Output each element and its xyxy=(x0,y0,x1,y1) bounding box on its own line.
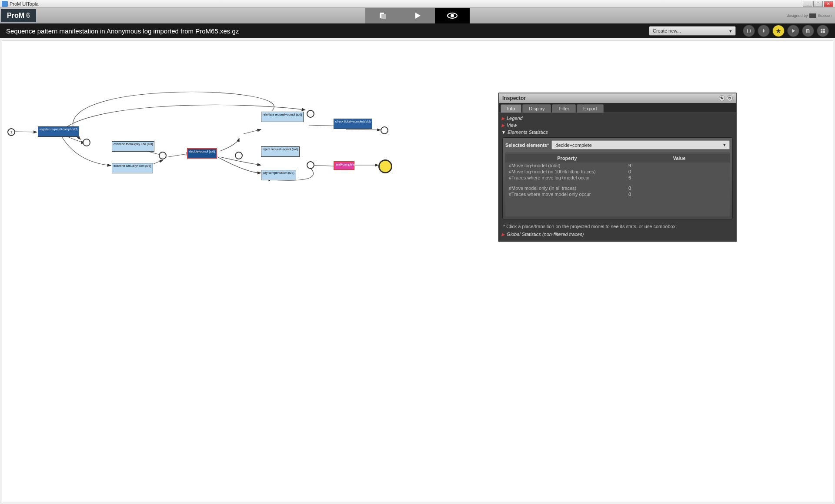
expanded-arrow-icon: ▼ xyxy=(501,130,506,135)
tab-filter[interactable]: Filter xyxy=(552,104,575,113)
transition-examine-thorough[interactable]: examine thoroughly +co (s/d) xyxy=(112,141,154,152)
section-elem-stats[interactable]: ▼Elements Statistics xyxy=(501,129,734,136)
droplet-button[interactable] xyxy=(758,25,770,37)
svg-point-3 xyxy=(451,14,454,17)
inspector-title-label: Inspector xyxy=(502,95,526,101)
prop-cell: #Move model only (in all traces) xyxy=(509,186,628,191)
svg-rect-7 xyxy=(823,29,825,30)
subheader: Sequence pattern manifestation in Anonym… xyxy=(0,23,835,38)
close-button[interactable]: ✕ xyxy=(824,1,833,7)
stack-button[interactable] xyxy=(802,25,814,37)
section-global-label: Global Statistics (non-filtered traces) xyxy=(507,232,584,237)
prop-cell: #Move log+model (total) xyxy=(509,163,628,168)
selected-elements-value: decide+complete xyxy=(555,143,591,148)
window-title: ProM UITopia xyxy=(10,1,803,7)
eye-icon xyxy=(447,11,458,20)
tab-actions[interactable] xyxy=(400,8,435,23)
grid-button[interactable] xyxy=(817,25,829,37)
transition-examine-casual[interactable]: examine casually+com (s/d) xyxy=(112,163,153,173)
stats-hint: * Click a place/transition on the projec… xyxy=(501,221,734,231)
inspector-tabs: Info Display Filter Export xyxy=(499,103,736,113)
stats-row: #Move log+model (in 100% fitting traces)… xyxy=(505,169,730,175)
stats-row: #Move log+model (total)9 xyxy=(505,162,730,169)
place-final[interactable] xyxy=(378,159,392,173)
transition-reject[interactable]: reject request+compl (s/d) xyxy=(261,146,300,157)
selected-elements-label: Selected elements* xyxy=(505,143,549,148)
app-icon xyxy=(2,1,8,7)
chevron-down-icon: ▾ xyxy=(729,28,732,34)
stats-table: Property Value #Move log+model (total)9 … xyxy=(505,152,730,216)
place-p2[interactable] xyxy=(159,152,167,159)
play-icon xyxy=(413,11,422,20)
place-p6[interactable] xyxy=(381,126,388,134)
tab-views[interactable] xyxy=(435,8,470,23)
workspace-icon xyxy=(378,11,387,20)
prop-cell: #Traces where move model only occur xyxy=(509,192,628,197)
play-button[interactable] xyxy=(787,25,799,37)
grid-icon xyxy=(820,28,826,34)
fluxicon-icon xyxy=(809,13,816,18)
logo-version: 6 xyxy=(26,12,30,20)
inspector-refresh-icon[interactable]: ↻ xyxy=(727,95,733,101)
section-elem-stats-label: Elements Statistics xyxy=(508,129,548,135)
section-legend-label: Legend xyxy=(507,116,523,121)
minimize-button[interactable]: _ xyxy=(803,1,812,7)
tab-export[interactable]: Export xyxy=(577,104,604,113)
tab-workspace[interactable] xyxy=(365,8,400,23)
droplet-icon xyxy=(761,28,767,34)
transition-decide[interactable]: decide+compl (s/d) xyxy=(187,148,217,159)
val-cell: 0 xyxy=(628,169,726,174)
place-p5[interactable] xyxy=(307,161,314,169)
col-value: Value xyxy=(629,156,730,161)
inspector-titlebar[interactable]: Inspector ✎ ↻ xyxy=(499,93,736,103)
place-p3[interactable] xyxy=(235,152,243,159)
maximize-button[interactable]: □ xyxy=(813,1,823,7)
section-global-stats[interactable]: ▶Global Statistics (non-filtered traces) xyxy=(501,231,734,238)
svg-rect-5 xyxy=(807,30,810,33)
play-small-icon xyxy=(790,28,796,34)
inspector-settings-icon[interactable]: ✎ xyxy=(719,95,725,101)
selected-elements-dropdown[interactable]: decide+complete ▾ xyxy=(551,140,730,149)
stats-box: Selected elements* decide+complete ▾ Pro… xyxy=(502,137,733,219)
transition-check-ticket[interactable]: check ticket+complet (s/d) xyxy=(334,119,372,129)
val-cell: 0 xyxy=(628,192,726,197)
collapsed-arrow-icon: ▶ xyxy=(501,116,505,121)
stats-header: Property Value xyxy=(505,154,730,162)
fluxicon-label: fluxicon xyxy=(818,13,832,18)
create-new-dropdown[interactable]: Create new... ▾ xyxy=(649,26,736,36)
stack-icon xyxy=(805,28,811,34)
create-new-label: Create new... xyxy=(653,28,681,33)
logo-text: ProM xyxy=(7,12,24,20)
val-cell: 6 xyxy=(628,175,726,180)
branding: designed by fluxicon xyxy=(787,13,832,18)
section-legend[interactable]: ▶Legend xyxy=(501,115,734,122)
section-view[interactable]: ▶View xyxy=(501,122,734,129)
os-titlebar: ProM UITopia _ □ ✕ xyxy=(0,0,835,8)
start-token: 1 xyxy=(10,130,12,134)
val-cell: 0 xyxy=(628,186,726,191)
place-start[interactable]: 1 xyxy=(7,128,15,136)
transition-register[interactable]: register request+compl (s/d) xyxy=(38,126,79,137)
svg-rect-1 xyxy=(381,14,386,19)
place-p4[interactable] xyxy=(307,110,314,118)
svg-rect-6 xyxy=(821,29,822,30)
parentheses-button[interactable] xyxy=(743,25,755,37)
section-view-label: View xyxy=(507,123,517,128)
model-canvas[interactable]: 1 register request+compl (s/d) examine t… xyxy=(2,40,833,502)
place-p1[interactable] xyxy=(83,139,90,146)
transition-end[interactable]: end+complete xyxy=(334,161,354,170)
chevron-down-icon: ▾ xyxy=(723,142,726,148)
star-button[interactable] xyxy=(772,25,785,37)
designed-by-label: designed by xyxy=(787,13,808,18)
transition-reinitiate[interactable]: reinitiate request+compl (s/d) xyxy=(261,112,304,122)
prom-logo: ProM 6 xyxy=(1,9,36,22)
parentheses-icon xyxy=(746,28,752,34)
svg-rect-9 xyxy=(823,31,825,33)
stats-row: #Traces where move log+model occur6 xyxy=(505,175,730,181)
inspector-body: ▶Legend ▶View ▼Elements Statistics Selec… xyxy=(499,113,736,241)
tab-display[interactable]: Display xyxy=(522,104,551,113)
svg-rect-8 xyxy=(821,31,822,33)
transition-pay-compensation[interactable]: pay compensation (s/d) xyxy=(261,170,296,180)
tab-info[interactable]: Info xyxy=(501,104,521,113)
collapsed-arrow-icon: ▶ xyxy=(501,232,505,237)
